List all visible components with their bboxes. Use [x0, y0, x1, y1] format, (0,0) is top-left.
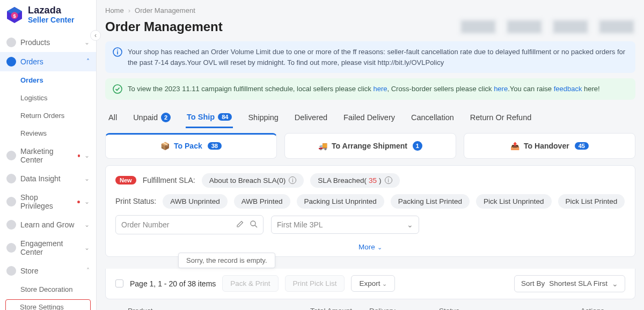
search-icon[interactable]	[250, 220, 258, 230]
pagination-text: Page 1, 1 - 20 of 38 items	[130, 279, 216, 288]
first-mile-value: First Mile 3PL	[277, 220, 323, 229]
sidebar-item-insight[interactable]: Data Insight⌄	[0, 169, 96, 188]
sidebar-sub-store-decoration[interactable]: Store Decoration	[0, 281, 96, 298]
learn-icon	[6, 220, 16, 230]
logo[interactable]: $ Lazada Seller Center	[0, 0, 96, 31]
orders-icon	[6, 57, 16, 67]
filter-panel: New Fulfillment SLA: About to Breach SLA…	[105, 165, 635, 257]
sidebar: $ Lazada Seller Center ‹ Products⌄ Order…	[0, 0, 97, 310]
sidebar-item-marketing[interactable]: Marketing Center⌄	[0, 142, 96, 169]
link-feedback[interactable]: feedback	[554, 85, 582, 93]
subtab-topack[interactable]: 📦 To Pack 38	[105, 133, 277, 159]
print-picklist-button[interactable]: Print Pick List	[285, 275, 345, 292]
sidebar-item-orders[interactable]: Orders˄	[0, 52, 96, 71]
tab-delivered[interactable]: Delivered	[294, 109, 328, 128]
privileges-icon	[6, 197, 16, 206]
chevron-down-icon: ⌄	[84, 39, 90, 46]
order-number-placeholder: Order Number	[121, 220, 169, 229]
crumb-current: Order Management	[135, 6, 195, 14]
tab-all[interactable]: All	[107, 109, 118, 128]
sidebar-sub-reviews[interactable]: Reviews	[0, 124, 96, 142]
pack-print-button[interactable]: Pack & Print	[222, 275, 278, 292]
edit-icon[interactable]	[236, 220, 244, 230]
tab-return[interactable]: Return Or Refund	[469, 109, 532, 128]
link-cb-here[interactable]: here	[494, 85, 508, 93]
sort-select[interactable]: Sort By Shortest SLA First ⌄	[514, 275, 625, 292]
svg-point-6	[251, 221, 255, 226]
chip-awb-printed[interactable]: AWB Printed	[234, 194, 290, 209]
chevron-down-icon: ⌄	[84, 244, 90, 252]
alert-campaign: To view the 2023 11.11 campaign fulfillm…	[105, 78, 635, 100]
chip-sla-breached[interactable]: SLA Breached(35)i	[310, 173, 399, 188]
products-icon	[6, 38, 16, 47]
badge-toship: 84	[218, 113, 232, 121]
chip-picklist-unprinted[interactable]: Pick List Unprinted	[476, 194, 552, 209]
stat-card	[598, 19, 635, 35]
sidebar-sub-store-settings[interactable]: Store Settings	[5, 299, 91, 310]
page-title: Order Management	[105, 19, 223, 34]
tab-unpaid[interactable]: Unpaid2	[132, 109, 172, 128]
chip-picklist-printed[interactable]: Pick List Printed	[558, 194, 625, 209]
stat-card	[506, 19, 543, 35]
chip-packlist-unprinted[interactable]: Packing List Unprinted	[297, 194, 384, 209]
sidebar-sub-logistics[interactable]: Logistics	[0, 89, 96, 107]
chevron-up-icon: ˄	[86, 267, 90, 275]
chip-packlist-printed[interactable]: Packing List Printed	[391, 194, 470, 209]
stat-card	[459, 19, 497, 35]
chevron-down-icon: ⌄	[84, 152, 90, 159]
badge-arrange: 1	[413, 141, 422, 151]
badge-unpaid: 2	[161, 113, 171, 122]
list-toolbar: Page 1, 1 - 20 of 38 items Pack & Print …	[105, 269, 635, 299]
sidebar-item-engagement[interactable]: Engagement Center⌄	[0, 234, 96, 261]
chevron-down-icon: ⌄	[407, 220, 413, 229]
subtab-handover[interactable]: 📤 To Handover 45	[464, 133, 635, 159]
marketing-icon	[6, 151, 16, 160]
sidebar-item-privileges[interactable]: Shop Privileges⌄	[0, 188, 96, 215]
chip-awb-unprinted[interactable]: AWB Unprinted	[163, 194, 228, 209]
sidebar-item-learn[interactable]: Learn and Grow⌄	[0, 215, 96, 234]
more-filters-link[interactable]: More⌄	[115, 241, 625, 251]
svg-point-5	[113, 85, 122, 93]
crumb-home[interactable]: Home	[105, 6, 124, 14]
stat-card	[552, 19, 589, 35]
chip-sla-about[interactable]: About to Breach SLA(0)i	[202, 173, 304, 188]
tab-failed[interactable]: Failed Delivery	[342, 109, 396, 128]
th-status: Status	[439, 307, 546, 311]
sidebar-item-store[interactable]: Store˄	[0, 261, 96, 281]
sidebar-collapse-icon[interactable]: ‹	[90, 30, 101, 41]
sort-label: Sort By	[521, 279, 545, 287]
tab-shipping[interactable]: Shipping	[247, 109, 279, 128]
lazada-brand-icon: $	[5, 6, 24, 24]
th-delivery: Delivery	[369, 307, 439, 311]
info-icon: i	[289, 176, 296, 184]
tab-toship[interactable]: To Ship84	[186, 109, 233, 128]
sidebar-item-products[interactable]: Products⌄	[0, 33, 96, 52]
chevron-down-icon: ⌄	[382, 281, 387, 287]
brand-subname: Seller Center	[28, 16, 74, 24]
insight-icon	[6, 174, 16, 183]
tab-cancel[interactable]: Cancellation	[410, 109, 455, 128]
svg-rect-3	[117, 51, 118, 55]
info-icon: i	[385, 176, 392, 184]
alert-dot-icon	[78, 154, 80, 157]
truck-icon: 🚚	[318, 142, 327, 150]
subtab-arrange[interactable]: 🚚 To Arrange Shipment 1	[284, 133, 456, 159]
th-product: Product	[128, 307, 310, 311]
alert-campaign-text: To view the 2023 11.11 campaign fulfillm…	[128, 84, 600, 94]
export-button[interactable]: Export⌄	[351, 275, 395, 292]
first-mile-3pl-select[interactable]: First Mile 3PL ⌄	[271, 216, 419, 234]
box-icon: 📦	[160, 142, 170, 150]
chevron-up-icon: ˄	[86, 58, 90, 65]
link-local-here[interactable]: here	[373, 85, 387, 93]
badge-handover: 45	[575, 142, 589, 150]
sla-label: Fulfillment SLA:	[143, 176, 195, 184]
status-tabs: All Unpaid2 To Ship84 Shipping Delivered…	[105, 105, 635, 129]
ship-subtabs: 📦 To Pack 38 🚚 To Arrange Shipment 1 📤 T…	[105, 133, 635, 159]
check-circle-icon	[113, 84, 122, 94]
select-all-checkbox[interactable]	[115, 279, 123, 287]
order-number-input[interactable]: Order Number	[115, 215, 264, 234]
chevron-down-icon: ⌄	[377, 244, 382, 250]
sidebar-sub-return-orders[interactable]: Return Orders	[0, 107, 96, 124]
sidebar-sub-orders[interactable]: Orders	[0, 71, 96, 89]
table-header: Product Total Amount Delivery Status Act…	[105, 299, 635, 311]
